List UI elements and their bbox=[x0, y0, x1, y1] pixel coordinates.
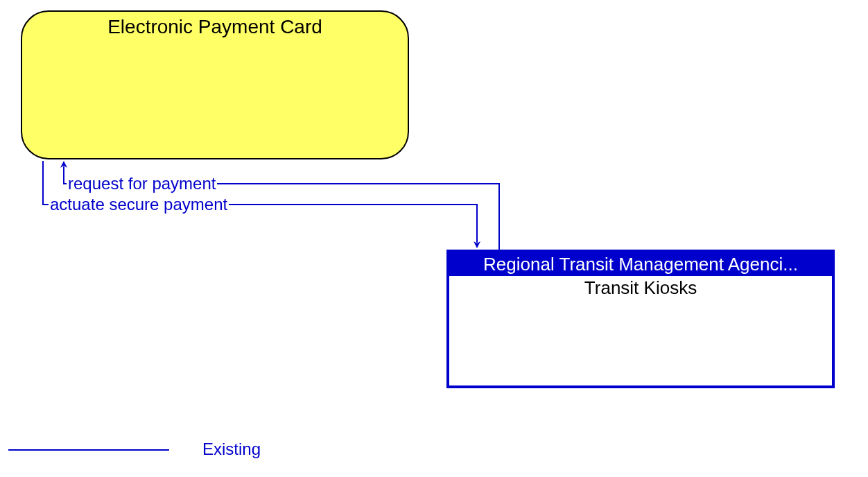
edge-label-request-for-payment: request for payment bbox=[67, 174, 217, 193]
node-electronic-payment-card-title: Electronic Payment Card bbox=[22, 12, 408, 38]
legend-line-existing bbox=[8, 449, 169, 451]
edge-label-actuate-secure-payment: actuate secure payment bbox=[49, 195, 229, 214]
node-transit-kiosks[interactable]: Regional Transit Management Agenci... Tr… bbox=[446, 250, 835, 388]
node-transit-kiosks-subtitle: Transit Kiosks bbox=[449, 276, 832, 299]
legend-label-existing: Existing bbox=[202, 440, 261, 459]
node-transit-kiosks-header: Regional Transit Management Agenci... bbox=[449, 252, 832, 276]
diagram-canvas: Electronic Payment Card Regional Transit… bbox=[0, 0, 868, 477]
node-electronic-payment-card[interactable]: Electronic Payment Card bbox=[21, 10, 409, 159]
